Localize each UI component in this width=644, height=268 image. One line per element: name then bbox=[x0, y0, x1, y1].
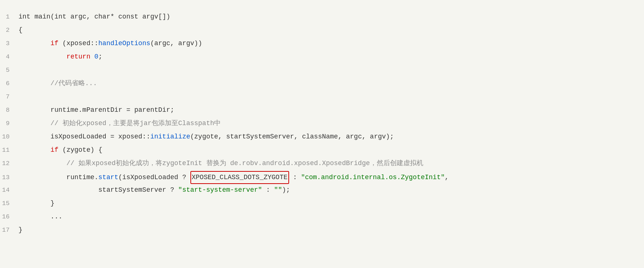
code-line: 12 // 如果xposed初始化成功，将zygoteInit 替换为 de.r… bbox=[0, 158, 644, 171]
line-number: 6 bbox=[0, 78, 18, 89]
code-token: argc, bbox=[67, 13, 95, 20]
line-content bbox=[18, 91, 644, 103]
code-token: , bbox=[445, 174, 449, 181]
code-token: start bbox=[98, 174, 118, 181]
code-line: 10 isXposedLoaded = xposed::initialize(z… bbox=[0, 131, 644, 144]
code-line: 9 // 初始化xposed，主要是将jar包添加至Classpath中 bbox=[0, 118, 644, 131]
code-token: "" bbox=[274, 186, 282, 194]
line-content: // 如果xposed初始化成功，将zygoteInit 替换为 de.robv… bbox=[18, 158, 644, 169]
code-token: int bbox=[18, 13, 30, 20]
code-line: 8 runtime.mParentDir = parentDir; bbox=[0, 104, 644, 118]
line-content: isXposedLoaded = xposed::initialize(zygo… bbox=[18, 131, 644, 143]
code-token bbox=[18, 120, 50, 127]
code-token bbox=[18, 40, 50, 47]
code-line: 11 if (zygote) { bbox=[0, 144, 644, 158]
line-content: int main(int argc, char* const argv[]) bbox=[18, 11, 644, 23]
line-content: //代码省略... bbox=[18, 78, 644, 89]
code-line: 2{ bbox=[0, 24, 644, 38]
code-token: 0 bbox=[94, 53, 98, 60]
code-line: 13 runtime.start(isXposedLoaded ? XPOSED… bbox=[0, 171, 644, 184]
line-number: 13 bbox=[0, 172, 18, 183]
code-token: : bbox=[262, 186, 274, 194]
line-content: return 0; bbox=[18, 51, 644, 63]
code-token: char* bbox=[94, 13, 114, 20]
line-content bbox=[18, 64, 644, 76]
line-number: 8 bbox=[0, 105, 18, 116]
line-content: { bbox=[18, 24, 644, 36]
code-token: if bbox=[50, 40, 58, 47]
code-line: 7 bbox=[0, 91, 644, 104]
code-token bbox=[18, 80, 50, 87]
code-token: const argv[]) bbox=[114, 13, 170, 20]
code-token: main( bbox=[30, 13, 54, 20]
code-line: 1int main(int argc, char* const argv[]) bbox=[0, 11, 644, 24]
line-number: 17 bbox=[0, 225, 18, 236]
line-number: 11 bbox=[0, 145, 18, 156]
line-content: } bbox=[18, 224, 644, 236]
line-content: } bbox=[18, 198, 644, 209]
code-token: ; bbox=[98, 53, 102, 60]
line-number: 7 bbox=[0, 92, 18, 103]
code-token: : bbox=[289, 174, 301, 181]
code-token: { bbox=[18, 26, 23, 34]
code-token: (xposed:: bbox=[58, 40, 98, 47]
code-token: ... bbox=[18, 213, 62, 220]
code-token: ); bbox=[282, 186, 290, 194]
line-content: runtime.mParentDir = parentDir; bbox=[18, 104, 644, 116]
code-token: runtime. bbox=[18, 174, 98, 181]
code-token: int bbox=[54, 13, 66, 20]
code-line: 6 //代码省略... bbox=[0, 78, 644, 91]
code-token: //代码省略... bbox=[50, 80, 97, 87]
line-content: startSystemServer ? "start-system-server… bbox=[18, 184, 644, 196]
code-token: (zygote, startSystemServer, className, a… bbox=[190, 133, 394, 140]
highlighted-token: XPOSED_CLASS_DOTS_ZYGOTE bbox=[190, 171, 289, 184]
code-line: 17} bbox=[0, 224, 644, 238]
line-number: 5 bbox=[0, 65, 18, 76]
code-block: 1int main(int argc, char* const argv[])2… bbox=[0, 7, 644, 241]
line-number: 3 bbox=[0, 38, 18, 49]
code-token: if bbox=[50, 146, 58, 154]
code-token: return bbox=[67, 53, 91, 60]
code-token: (isXposedLoaded ? bbox=[118, 174, 190, 181]
code-token bbox=[90, 53, 94, 60]
code-token: } bbox=[18, 226, 23, 234]
line-number: 1 bbox=[0, 12, 18, 23]
line-number: 15 bbox=[0, 198, 18, 209]
code-line: 14 startSystemServer ? "start-system-ser… bbox=[0, 184, 644, 198]
code-line: 3 if (xposed::handleOptions(argc, argv)) bbox=[0, 38, 644, 51]
line-content: runtime.start(isXposedLoaded ? XPOSED_CL… bbox=[18, 171, 644, 184]
line-number: 4 bbox=[0, 52, 18, 63]
line-content: // 初始化xposed，主要是将jar包添加至Classpath中 bbox=[18, 118, 644, 129]
code-token: "com.android.internal.os.ZygoteInit" bbox=[301, 174, 445, 181]
code-token: initialize bbox=[150, 133, 190, 140]
line-content: if (xposed::handleOptions(argc, argv)) bbox=[18, 38, 644, 49]
code-token: startSystemServer ? bbox=[18, 186, 178, 194]
line-number: 10 bbox=[0, 132, 18, 143]
line-number: 14 bbox=[0, 185, 18, 196]
code-token: runtime.mParentDir = parentDir; bbox=[18, 106, 174, 114]
code-token: } bbox=[18, 200, 54, 207]
code-token: handleOptions bbox=[98, 40, 150, 47]
line-number: 16 bbox=[0, 212, 18, 222]
code-token: (argc, argv)) bbox=[150, 40, 202, 47]
code-line: 16 ... bbox=[0, 211, 644, 224]
code-token bbox=[18, 160, 67, 167]
line-content: if (zygote) { bbox=[18, 144, 644, 156]
line-number: 9 bbox=[0, 118, 18, 129]
code-token: // 初始化xposed，主要是将jar包添加至Classpath中 bbox=[50, 120, 221, 127]
code-line: 4 return 0; bbox=[0, 51, 644, 64]
code-line: 15 } bbox=[0, 198, 644, 211]
code-token: // 如果xposed初始化成功，将zygoteInit 替换为 de.robv… bbox=[67, 160, 423, 167]
code-token bbox=[18, 53, 67, 60]
code-token: "start-system-server" bbox=[178, 186, 262, 194]
code-line: 5 bbox=[0, 64, 644, 78]
code-token bbox=[18, 146, 50, 154]
code-token: (zygote) { bbox=[58, 146, 102, 154]
line-number: 2 bbox=[0, 25, 18, 36]
line-number: 12 bbox=[0, 158, 18, 169]
line-content: ... bbox=[18, 211, 644, 222]
code-token: isXposedLoaded = xposed:: bbox=[18, 133, 150, 140]
